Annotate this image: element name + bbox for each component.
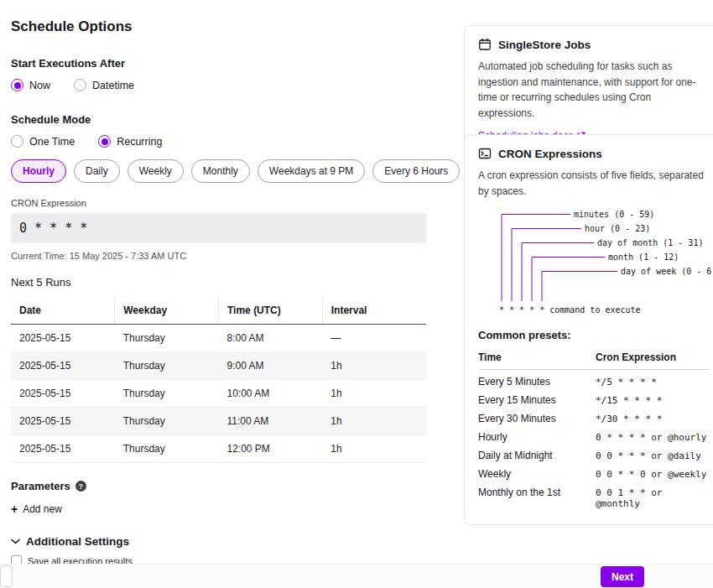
diagram-label-minutes: minutes (0 - 59) [574, 210, 654, 219]
preset-cron: */15 * * * * [596, 395, 710, 406]
column-header-weekday: Weekday [115, 297, 219, 325]
cell-interval: 1h [322, 435, 426, 463]
cell-time: 8:00 AM [219, 325, 323, 352]
cell-time: 11:00 AM [219, 408, 323, 435]
presets-column-time: Time [478, 351, 596, 363]
radio-datetime[interactable]: Datetime [74, 79, 134, 91]
diagram-line [532, 258, 605, 302]
table-row: 2025-05-15 Thursday 8:00 AM — [11, 325, 426, 352]
preset-row: Monthly on the 1st 0 0 1 * * or @monthly [478, 483, 710, 513]
cron-expressions-card: CRON Expressions A cron expression consi… [464, 134, 713, 525]
current-time-text: Current Time: 15 May 2025 - 7:33 AM UTC [11, 251, 426, 261]
preset-row: Daily at Midnight 0 0 * * * or @daily [478, 446, 710, 465]
preset-time: Daily at Midnight [478, 450, 596, 461]
cell-interval: 1h [322, 408, 426, 435]
table-header-row: Date Weekday Time (UTC) Interval [11, 297, 426, 325]
radio-label: Datetime [92, 80, 134, 91]
cell-date: 2025-05-15 [11, 408, 115, 435]
presets-header-row: Time Cron Expression [478, 348, 710, 370]
page-title: Schedule Options [11, 18, 426, 35]
calendar-icon [478, 38, 492, 51]
terminal-icon [478, 147, 492, 160]
preset-time: Every 5 Minutes [478, 376, 596, 388]
cell-weekday: Thursday [115, 352, 219, 380]
column-header-time: Time (UTC) [219, 297, 323, 325]
cell-date: 2025-05-15 [11, 325, 115, 352]
radio-recurring[interactable]: Recurring [98, 135, 162, 148]
schedule-options-panel: Schedule Options Start Executions After … [11, 18, 426, 585]
common-presets-heading: Common presets: [478, 329, 710, 341]
next-runs-table: Date Weekday Time (UTC) Interval 2025-05… [11, 297, 426, 463]
preset-row: Every 30 Minutes */30 * * * * [478, 409, 710, 428]
preset-cron: 0 * * * * or @hourly [596, 432, 710, 443]
schedule-mode-radio-group: One Time Recurring [11, 135, 426, 148]
table-row: 2025-05-15 Thursday 12:00 PM 1h [11, 435, 426, 463]
add-new-label: Add new [23, 503, 62, 515]
cell-weekday: Thursday [115, 380, 219, 408]
diagram-label-month: month (1 - 12) [608, 252, 679, 262]
presets-column-cron: Cron Expression [596, 351, 710, 363]
table-row: 2025-05-15 Thursday 10:00 AM 1h [11, 380, 426, 408]
preset-time: Monthly on the 1st [478, 487, 596, 498]
cell-interval: 1h [322, 352, 426, 380]
additional-settings-toggle[interactable]: Additional Settings [11, 535, 426, 548]
pill-every-6-hours[interactable]: Every 6 Hours [372, 159, 460, 183]
cron-card-description: A cron expression consists of five field… [478, 168, 710, 199]
jobs-card-title: SingleStore Jobs [498, 39, 591, 51]
preset-row: Every 15 Minutes */15 * * * * [478, 391, 710, 409]
pill-monthly[interactable]: Monthly [191, 159, 250, 183]
cell-time: 12:00 PM [219, 435, 323, 463]
parameters-header: Parameters ? [11, 480, 426, 492]
preset-cron: 0 0 * * 0 or @weekly [596, 469, 710, 480]
radio-label: Now [29, 80, 50, 91]
preset-time: Every 15 Minutes [478, 394, 596, 406]
cell-date: 2025-05-15 [11, 352, 115, 380]
preset-cron: */5 * * * * [596, 377, 710, 388]
cron-expression-label: CRON Expression [11, 198, 426, 208]
cell-interval: 1h [322, 380, 426, 408]
column-header-date: Date [11, 297, 115, 325]
preset-cron: */30 * * * * [596, 414, 710, 424]
radio-now[interactable]: Now [11, 79, 50, 91]
cell-weekday: Thursday [115, 435, 219, 463]
column-header-interval: Interval [322, 297, 426, 325]
cron-fields-diagram: minutes (0 - 59) hour (0 - 23) day of mo… [478, 206, 713, 319]
preset-time: Every 30 Minutes [478, 413, 596, 424]
help-icon[interactable]: ? [75, 481, 86, 492]
start-after-radio-group: Now Datetime [11, 79, 426, 91]
radio-unselected-icon [11, 135, 23, 148]
chevron-down-icon [11, 539, 20, 544]
radio-selected-icon [11, 79, 23, 91]
cron-card-header: CRON Expressions [478, 147, 710, 160]
cell-time: 10:00 AM [219, 380, 323, 408]
diagram-label-day-of-week: day of week (0 - 6) [621, 267, 713, 276]
preset-row: Every 5 Minutes */5 * * * * [478, 372, 710, 391]
add-new-button[interactable]: + Add new [11, 503, 62, 515]
pill-weekly[interactable]: Weekly [128, 159, 184, 183]
plus-icon: + [11, 503, 18, 515]
radio-selected-icon [98, 135, 111, 148]
cell-weekday: Thursday [115, 325, 219, 352]
next-runs-heading: Next 5 Runs [11, 276, 426, 289]
start-after-heading: Start Executions After [11, 57, 426, 70]
cell-weekday: Thursday [115, 408, 219, 435]
pill-hourly[interactable]: Hourly [11, 159, 66, 183]
preset-cron: 0 0 * * * or @daily [596, 450, 710, 461]
cron-expression-input[interactable] [11, 213, 426, 243]
table-row: 2025-05-15 Thursday 9:00 AM 1h [11, 352, 426, 380]
radio-one-time[interactable]: One Time [11, 135, 75, 148]
footer-bar: Next [0, 564, 713, 588]
pill-daily[interactable]: Daily [74, 159, 120, 183]
cell-date: 2025-05-15 [11, 380, 115, 408]
cell-date: 2025-05-15 [11, 435, 115, 463]
preset-time: Weekly [478, 468, 596, 480]
preset-row: Hourly 0 * * * * or @hourly [478, 428, 710, 446]
pill-weekdays-9pm[interactable]: Weekdays at 9 PM [258, 159, 366, 183]
partial-button[interactable] [0, 565, 13, 587]
radio-label: Recurring [117, 136, 162, 148]
diagram-line [542, 272, 617, 302]
radio-unselected-icon [74, 79, 86, 91]
preset-pills: Hourly Daily Weekly Monthly Weekdays at … [11, 159, 426, 183]
parameters-heading: Parameters [11, 480, 70, 492]
next-button[interactable]: Next [601, 566, 644, 587]
